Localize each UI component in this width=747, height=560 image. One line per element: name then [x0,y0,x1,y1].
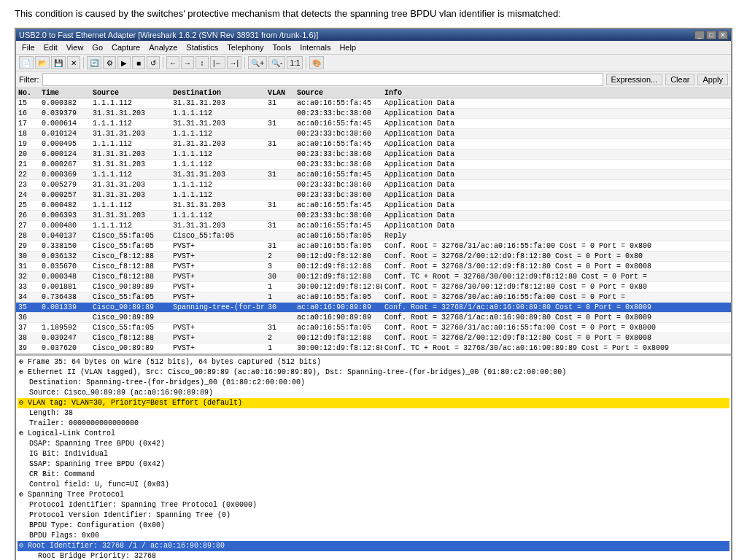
detail-line[interactable]: Protocol Version Identifier: Spanning Tr… [18,510,729,521]
detail-line[interactable]: Trailer: 0000000000000000 [18,419,729,429]
cell-time: 0.000369 [39,170,90,179]
cell-dest: 31.31.31.203 [171,221,266,230]
cell-dest: 31.31.31.203 [171,139,266,149]
page-wrapper: This condition is caused by the switches… [0,0,747,560]
expression-btn[interactable]: Expression... [606,74,663,85]
cell-info: Conf. Root = 32768/1/ac:a0:16:90:89:80 C… [382,303,731,312]
menu-capture[interactable]: Capture [107,42,144,53]
toolbar-zoom-normal[interactable]: 1:1 [287,56,303,69]
minimize-btn[interactable]: _ [694,31,705,39]
table-row[interactable]: 36 Cisco_90:89:89 ac:a0:16:90:89:89 Conf… [16,313,731,323]
table-row[interactable]: 38 0.039247 Cisco_f8:12:88 PVST+ 2 00:12… [16,333,731,343]
filter-input[interactable] [42,73,603,86]
cell-time: 0.037620 [39,343,90,353]
toolbar-capture-options[interactable]: ⚙ [103,56,116,69]
toolbar-new[interactable]: 📄 [19,56,34,69]
menu-view[interactable]: View [62,42,88,53]
close-btn[interactable]: ✕ [718,31,728,39]
table-row[interactable]: 35 0.001339 Cisco_90:89:89 Spanning-tree… [16,303,731,313]
menu-edit[interactable]: Edit [39,42,62,53]
detail-line[interactable]: DSAP: Spanning Tree BPDU (0x42) [18,439,729,449]
detail-line[interactable]: BPDU Type: Configuration (0x00) [18,521,729,531]
detail-line[interactable]: Control field: U, func=UI (0x03) [18,480,729,490]
detail-line[interactable]: VLAN tag: VLAN=30, Priority=Best Effort … [18,398,729,408]
detail-line[interactable]: IG Bit: Individual [18,449,729,459]
menu-file[interactable]: File [18,42,39,53]
cell-dest: 1.1.1.112 [171,149,266,159]
toolbar-stop[interactable]: ■ [132,56,145,69]
table-row[interactable]: 34 0.736438 Cisco_55:fa:05 PVST+ 1 ac:a0… [16,292,731,303]
detail-line[interactable]: Frame 35: 64 bytes on wire (512 bits), 6… [18,357,729,368]
toolbar-reload[interactable]: 🔄 [87,56,101,69]
detail-line[interactable]: Destination: Spanning-tree-(for-bridges)… [18,378,729,388]
detail-line[interactable]: BPDU Flags: 0x00 [18,531,729,541]
packet-list: No. Time Source Destination VLAN Source … [16,88,731,354]
toolbar-open[interactable]: 📂 [35,56,50,69]
toolbar-last[interactable]: →| [227,56,242,69]
table-row[interactable]: 21 0.000267 31.31.31.203 1.1.1.112 00:23… [16,160,731,170]
menu-statistics[interactable]: Statistics [182,42,222,53]
table-row[interactable]: 17 0.000614 1.1.1.112 31.31.31.203 31 ac… [16,119,731,129]
detail-line[interactable]: Length: 38 [18,408,729,419]
menu-telephony[interactable]: Telephony [222,42,268,53]
toolbar-colorize[interactable]: 🎨 [309,56,324,69]
clear-btn[interactable]: Clear [665,74,694,85]
table-row[interactable]: 16 0.039379 31.31.31.203 1.1.1.112 00:23… [16,109,731,119]
detail-line[interactable]: Root Identifier: 32768 /1 / ac:a0:16:90:… [18,541,729,551]
detail-line[interactable]: Protocol Identifier: Spanning Tree Proto… [18,500,729,510]
cell-vlan [266,190,295,200]
cell-source2: 30:00:12:d9:f8:12:88 [295,282,382,292]
detail-pane[interactable]: Frame 35: 64 bytes on wire (512 bits), 6… [16,354,731,560]
menu-tools[interactable]: Tools [268,42,296,53]
toolbar-zoom-in[interactable]: 🔍+ [248,56,267,69]
detail-line[interactable]: Spanning Tree Protocol [18,490,729,500]
table-row[interactable]: 29 0.338150 Cisco_55:fa:05 PVST+ 31 ac:a… [16,241,731,252]
table-row[interactable]: 18 0.010124 31.31.31.203 1.1.1.112 00:23… [16,129,731,139]
detail-line[interactable]: Root Bridge Priority: 32768 [18,551,729,560]
toolbar-zoom-out[interactable]: 🔍- [268,56,285,69]
table-row[interactable]: 22 0.000369 1.1.1.112 31.31.31.203 31 ac… [16,170,731,180]
cell-time: 0.010124 [39,129,90,139]
table-row[interactable]: 32 0.000348 Cisco_f8:12:88 PVST+ 30 00:1… [16,272,731,282]
toolbar-back[interactable]: ← [166,56,179,69]
menu-go[interactable]: Go [88,42,107,53]
col-header-source2: Source [295,88,382,98]
table-row[interactable]: 23 0.005279 31.31.31.203 1.1.1.112 00:23… [16,180,731,190]
toolbar-restart[interactable]: ↺ [147,56,160,69]
table-row[interactable]: 33 0.001881 Cisco_90:89:89 PVST+ 1 30:00… [16,282,731,292]
table-row[interactable]: 31 0.035670 Cisco_f8:12:88 PVST+ 3 00:12… [16,262,731,272]
table-row[interactable]: 39 0.037620 Cisco_90:89:89 PVST+ 1 30:00… [16,343,731,354]
cell-no: 31 [16,262,39,271]
table-row[interactable]: 24 0.000257 31.31.31.203 1.1.1.112 00:23… [16,190,731,201]
table-row[interactable]: 15 0.000382 1.1.1.112 31.31.31.203 31 ac… [16,98,731,109]
cell-info: Reply [382,231,731,241]
table-row[interactable]: 30 0.036132 Cisco_f8:12:88 PVST+ 2 00:12… [16,252,731,262]
toolbar-close[interactable]: ✕ [67,56,80,69]
toolbar-save[interactable]: 💾 [51,56,66,69]
apply-btn[interactable]: Apply [697,74,728,85]
detail-line[interactable]: CR Bit: Command [18,470,729,480]
detail-line[interactable]: Logical-Link Control [18,429,729,439]
cell-info: Application Data [382,119,731,128]
toolbar-goto[interactable]: ↕ [196,56,209,69]
cell-time: 0.039247 [39,333,90,343]
table-row[interactable]: 20 0.000124 31.31.31.203 1.1.1.112 00:23… [16,149,731,160]
cell-time: 0.000480 [39,221,90,230]
cell-time: 0.000257 [39,190,90,200]
menu-help[interactable]: Help [335,42,360,53]
toolbar-forward[interactable]: → [181,56,194,69]
detail-line[interactable]: SSAP: Spanning Tree BPDU (0x42) [18,459,729,470]
detail-line[interactable]: Ethernet II (VLAN tagged), Src: Cisco_90… [18,368,729,378]
maximize-btn[interactable]: □ [706,31,716,39]
table-row[interactable]: 37 1.189592 Cisco_55:fa:05 PVST+ 31 ac:a… [16,323,731,333]
table-row[interactable]: 19 0.000495 1.1.1.112 31.31.31.203 31 ac… [16,139,731,149]
table-row[interactable]: 26 0.006393 31.31.31.203 1.1.1.112 00:23… [16,211,731,221]
menu-internals[interactable]: Internals [295,42,335,53]
table-row[interactable]: 27 0.000480 1.1.1.112 31.31.31.203 31 ac… [16,221,731,231]
toolbar-start[interactable]: ▶ [117,56,131,69]
menu-analyze[interactable]: Analyze [144,42,182,53]
detail-line[interactable]: Source: Cisco_90:89:89 (ac:a0:16:90:89:8… [18,388,729,398]
table-row[interactable]: 28 0.040137 Cisco_55:fa:05 Cisco_55:fa:0… [16,231,731,241]
toolbar-first[interactable]: |← [210,56,225,69]
table-row[interactable]: 25 0.000482 1.1.1.112 31.31.31.203 31 ac… [16,201,731,211]
